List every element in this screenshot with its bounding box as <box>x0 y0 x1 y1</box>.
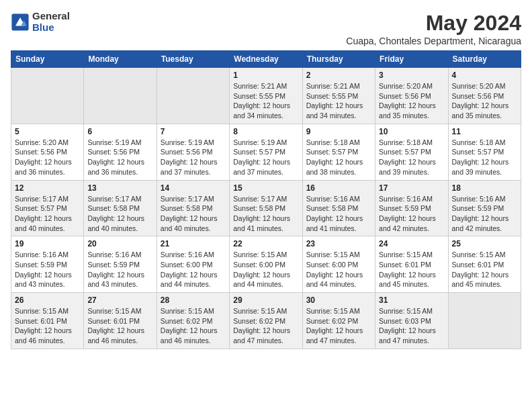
calendar-body: 1Sunrise: 5:21 AMSunset: 5:55 PMDaylight… <box>11 68 521 349</box>
calendar-cell: 17Sunrise: 5:16 AMSunset: 5:59 PMDayligh… <box>375 180 448 236</box>
logo-blue: Blue <box>32 22 70 34</box>
day-info: Sunrise: 5:16 AMSunset: 5:59 PMDaylight:… <box>87 250 152 289</box>
day-number: 14 <box>161 183 226 193</box>
day-info: Sunrise: 5:15 AMSunset: 6:02 PMDaylight:… <box>161 306 226 346</box>
calendar-cell: 15Sunrise: 5:17 AMSunset: 5:58 PMDayligh… <box>230 180 302 236</box>
day-info: Sunrise: 5:16 AMSunset: 5:58 PMDaylight:… <box>306 194 371 234</box>
calendar-cell: 6Sunrise: 5:19 AMSunset: 5:56 PMDaylight… <box>84 124 157 180</box>
header-day: Wednesday <box>230 51 302 68</box>
day-number: 7 <box>161 127 226 136</box>
day-info: Sunrise: 5:19 AMSunset: 5:57 PMDaylight:… <box>233 138 298 177</box>
day-info: Sunrise: 5:17 AMSunset: 5:58 PMDaylight:… <box>161 194 226 234</box>
day-number: 3 <box>379 71 444 80</box>
day-info: Sunrise: 5:15 AMSunset: 6:02 PMDaylight:… <box>306 306 371 346</box>
day-number: 9 <box>306 127 371 136</box>
calendar-cell: 8Sunrise: 5:19 AMSunset: 5:57 PMDaylight… <box>230 124 302 180</box>
day-number: 16 <box>306 183 371 193</box>
day-number: 30 <box>306 295 371 305</box>
calendar-cell: 4Sunrise: 5:20 AMSunset: 5:56 PMDaylight… <box>448 68 521 124</box>
header-row: SundayMondayTuesdayWednesdayThursdayFrid… <box>11 51 521 68</box>
calendar-cell: 11Sunrise: 5:18 AMSunset: 5:57 PMDayligh… <box>448 124 521 180</box>
calendar-cell: 18Sunrise: 5:16 AMSunset: 5:59 PMDayligh… <box>448 180 521 236</box>
day-info: Sunrise: 5:16 AMSunset: 5:59 PMDaylight:… <box>379 194 444 234</box>
day-number: 29 <box>233 295 298 305</box>
day-info: Sunrise: 5:16 AMSunset: 5:59 PMDaylight:… <box>15 250 80 289</box>
day-info: Sunrise: 5:21 AMSunset: 5:55 PMDaylight:… <box>233 81 298 121</box>
logo-text: General Blue <box>32 11 70 33</box>
calendar-cell: 14Sunrise: 5:17 AMSunset: 5:58 PMDayligh… <box>157 180 229 236</box>
calendar-week-row: 12Sunrise: 5:17 AMSunset: 5:57 PMDayligh… <box>11 180 521 236</box>
calendar-week-row: 26Sunrise: 5:15 AMSunset: 6:01 PMDayligh… <box>11 293 521 349</box>
day-info: Sunrise: 5:18 AMSunset: 5:57 PMDaylight:… <box>379 138 444 177</box>
day-info: Sunrise: 5:20 AMSunset: 5:56 PMDaylight:… <box>379 81 444 121</box>
calendar-cell: 12Sunrise: 5:17 AMSunset: 5:57 PMDayligh… <box>11 180 84 236</box>
header-day: Thursday <box>302 51 375 68</box>
day-number: 12 <box>15 183 80 193</box>
day-info: Sunrise: 5:20 AMSunset: 5:56 PMDaylight:… <box>15 138 80 177</box>
day-number: 15 <box>233 183 298 193</box>
calendar-cell: 28Sunrise: 5:15 AMSunset: 6:02 PMDayligh… <box>157 293 229 349</box>
day-info: Sunrise: 5:15 AMSunset: 6:02 PMDaylight:… <box>233 306 298 346</box>
calendar-week-row: 19Sunrise: 5:16 AMSunset: 5:59 PMDayligh… <box>11 236 521 293</box>
calendar-cell: 20Sunrise: 5:16 AMSunset: 5:59 PMDayligh… <box>84 236 157 293</box>
day-number: 24 <box>379 239 444 248</box>
day-info: Sunrise: 5:20 AMSunset: 5:56 PMDaylight:… <box>452 81 517 121</box>
calendar-cell: 19Sunrise: 5:16 AMSunset: 5:59 PMDayligh… <box>11 236 84 293</box>
header-day: Friday <box>375 51 448 68</box>
day-number: 2 <box>306 71 371 80</box>
logo-icon <box>11 13 30 32</box>
calendar-cell: 9Sunrise: 5:18 AMSunset: 5:57 PMDaylight… <box>302 124 375 180</box>
day-number: 23 <box>306 239 371 248</box>
day-number: 6 <box>87 127 152 136</box>
day-number: 27 <box>87 295 152 305</box>
day-info: Sunrise: 5:17 AMSunset: 5:58 PMDaylight:… <box>233 194 298 234</box>
calendar-cell: 21Sunrise: 5:16 AMSunset: 6:00 PMDayligh… <box>157 236 229 293</box>
day-info: Sunrise: 5:16 AMSunset: 6:00 PMDaylight:… <box>161 250 226 289</box>
day-info: Sunrise: 5:17 AMSunset: 5:57 PMDaylight:… <box>15 194 80 234</box>
calendar-cell: 22Sunrise: 5:15 AMSunset: 6:00 PMDayligh… <box>230 236 302 293</box>
calendar-cell: 24Sunrise: 5:15 AMSunset: 6:01 PMDayligh… <box>375 236 448 293</box>
logo-general: General <box>32 11 70 22</box>
day-number: 5 <box>15 127 80 136</box>
day-number: 25 <box>452 239 517 248</box>
calendar-cell: 16Sunrise: 5:16 AMSunset: 5:58 PMDayligh… <box>302 180 375 236</box>
day-number: 1 <box>233 71 298 80</box>
calendar-cell <box>11 68 84 124</box>
calendar-week-row: 1Sunrise: 5:21 AMSunset: 5:55 PMDaylight… <box>11 68 521 124</box>
calendar-header: SundayMondayTuesdayWednesdayThursdayFrid… <box>11 51 521 68</box>
day-info: Sunrise: 5:18 AMSunset: 5:57 PMDaylight:… <box>306 138 371 177</box>
month-title: May 2024 <box>346 11 521 36</box>
calendar-cell: 23Sunrise: 5:15 AMSunset: 6:00 PMDayligh… <box>302 236 375 293</box>
calendar: SundayMondayTuesdayWednesdayThursdayFrid… <box>11 50 521 349</box>
title-block: May 2024 Cuapa, Chontales Department, Ni… <box>346 11 521 46</box>
calendar-cell: 25Sunrise: 5:15 AMSunset: 6:01 PMDayligh… <box>448 236 521 293</box>
calendar-cell: 10Sunrise: 5:18 AMSunset: 5:57 PMDayligh… <box>375 124 448 180</box>
calendar-cell: 26Sunrise: 5:15 AMSunset: 6:01 PMDayligh… <box>11 293 84 349</box>
day-number: 17 <box>379 183 444 193</box>
day-number: 21 <box>161 239 226 248</box>
day-info: Sunrise: 5:19 AMSunset: 5:56 PMDaylight:… <box>87 138 152 177</box>
day-info: Sunrise: 5:15 AMSunset: 6:01 PMDaylight:… <box>15 306 80 346</box>
day-number: 18 <box>452 183 517 193</box>
calendar-cell: 1Sunrise: 5:21 AMSunset: 5:55 PMDaylight… <box>230 68 302 124</box>
day-number: 22 <box>233 239 298 248</box>
day-number: 20 <box>87 239 152 248</box>
day-info: Sunrise: 5:15 AMSunset: 6:01 PMDaylight:… <box>379 250 444 289</box>
calendar-cell <box>84 68 157 124</box>
calendar-cell: 13Sunrise: 5:17 AMSunset: 5:58 PMDayligh… <box>84 180 157 236</box>
day-number: 4 <box>452 71 517 80</box>
calendar-cell: 29Sunrise: 5:15 AMSunset: 6:02 PMDayligh… <box>230 293 302 349</box>
subtitle: Cuapa, Chontales Department, Nicaragua <box>346 36 521 46</box>
calendar-cell <box>157 68 229 124</box>
calendar-week-row: 5Sunrise: 5:20 AMSunset: 5:56 PMDaylight… <box>11 124 521 180</box>
day-number: 11 <box>452 127 517 136</box>
day-number: 26 <box>15 295 80 305</box>
day-info: Sunrise: 5:16 AMSunset: 5:59 PMDaylight:… <box>452 194 517 234</box>
calendar-cell <box>448 293 521 349</box>
day-info: Sunrise: 5:15 AMSunset: 6:01 PMDaylight:… <box>87 306 152 346</box>
header-day: Tuesday <box>157 51 229 68</box>
day-info: Sunrise: 5:17 AMSunset: 5:58 PMDaylight:… <box>87 194 152 234</box>
day-info: Sunrise: 5:15 AMSunset: 6:03 PMDaylight:… <box>379 306 444 346</box>
day-info: Sunrise: 5:15 AMSunset: 6:00 PMDaylight:… <box>233 250 298 289</box>
day-info: Sunrise: 5:18 AMSunset: 5:57 PMDaylight:… <box>452 138 517 177</box>
